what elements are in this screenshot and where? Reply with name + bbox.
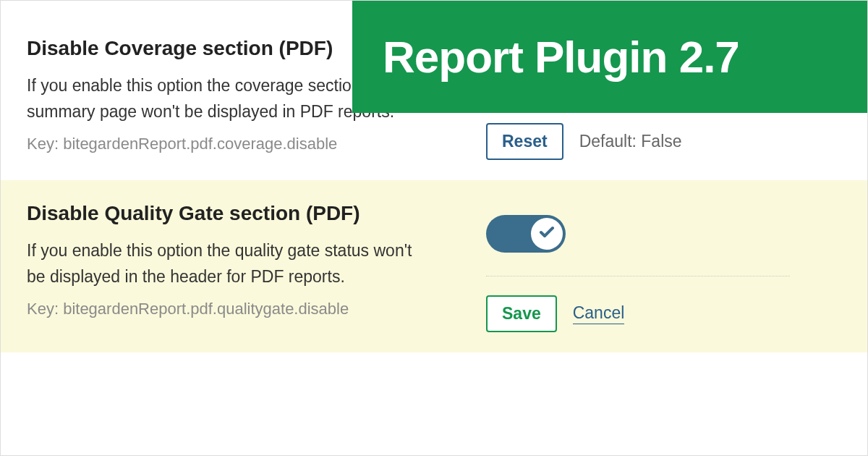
- toggle-disable-quality-gate[interactable]: [486, 215, 566, 253]
- divider: [486, 276, 790, 276]
- setting-key-value: bitegardenReport.pdf.coverage.disable: [63, 135, 337, 153]
- setting-description: If you enable this option the quality ga…: [27, 238, 428, 290]
- save-button[interactable]: Save: [486, 295, 557, 332]
- actions-row: Save Cancel: [486, 295, 841, 332]
- setting-disable-quality-gate: Disable Quality Gate section (PDF) If yo…: [1, 180, 867, 352]
- setting-key-label: Key:: [27, 300, 63, 318]
- setting-key: Key: bitegardenReport.pdf.qualitygate.di…: [27, 300, 428, 318]
- reset-button[interactable]: Reset: [486, 123, 563, 160]
- setting-key-value: bitegardenReport.pdf.qualitygate.disable: [63, 300, 349, 318]
- actions-row: Reset Default: False: [486, 123, 841, 160]
- setting-key-label: Key:: [27, 135, 63, 153]
- cancel-link[interactable]: Cancel: [573, 303, 625, 324]
- check-icon: [538, 224, 556, 244]
- setting-info: Disable Quality Gate section (PDF) If yo…: [27, 202, 428, 332]
- toggle-knob: [531, 218, 563, 250]
- setting-key: Key: bitegardenReport.pdf.coverage.disab…: [27, 135, 428, 153]
- banner-overlay: Report Plugin 2.7: [352, 1, 867, 113]
- setting-controls: Save Cancel: [486, 202, 841, 332]
- default-value-label: Default: False: [579, 132, 682, 151]
- banner-title: Report Plugin 2.7: [383, 31, 739, 83]
- setting-title: Disable Quality Gate section (PDF): [27, 202, 428, 225]
